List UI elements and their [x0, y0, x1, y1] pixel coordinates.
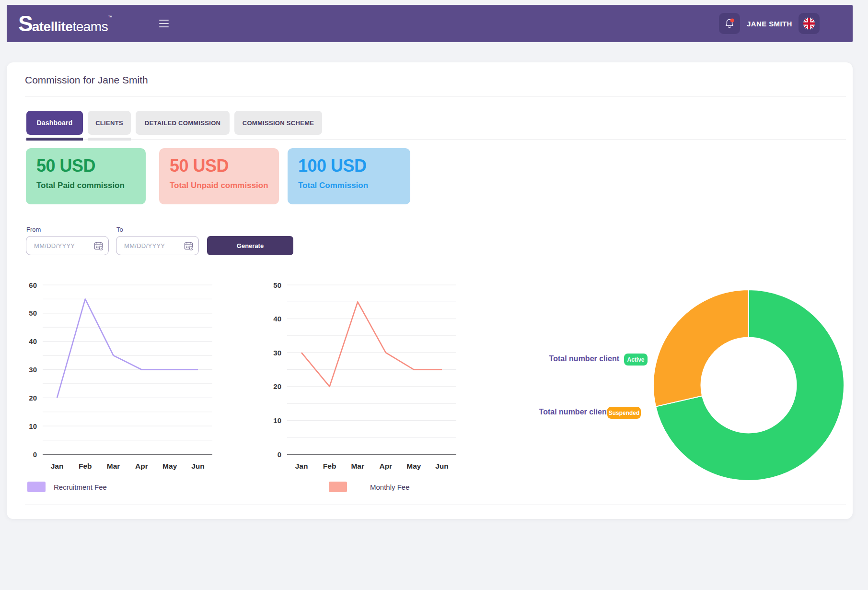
- to-date-field: [116, 236, 199, 255]
- trademark-symbol: ™: [108, 15, 112, 20]
- recruitment-fee-chart: 0102030405060JanFebMarAprMayJun: [26, 281, 220, 472]
- stat-label: Total Unpaid commission: [170, 181, 268, 190]
- svg-text:Jun: Jun: [435, 462, 449, 470]
- bottom-divider: [25, 505, 846, 505]
- svg-text:0: 0: [33, 450, 37, 459]
- svg-text:40: 40: [29, 337, 37, 345]
- svg-text:10: 10: [273, 416, 281, 425]
- language-button[interactable]: [799, 13, 820, 34]
- svg-text:50: 50: [273, 281, 281, 289]
- stat-value: 50 USD: [170, 156, 268, 176]
- recruitment-fee-legend-label: Recruitment Fee: [54, 483, 107, 491]
- monthly-fee-legend-label: Monthly Fee: [370, 483, 410, 491]
- to-date-input[interactable]: [124, 242, 182, 249]
- total-clients-active-label: Total number client: [514, 354, 619, 363]
- title-divider: [25, 96, 846, 96]
- svg-text:20: 20: [29, 394, 37, 402]
- stat-label: Total Paid commission: [36, 181, 135, 190]
- svg-text:Jan: Jan: [295, 462, 308, 470]
- from-date-field: [26, 236, 109, 255]
- svg-text:30: 30: [273, 349, 281, 357]
- stat-label: Total Commission: [298, 181, 400, 190]
- from-date-input[interactable]: [34, 242, 92, 249]
- svg-text:Feb: Feb: [79, 462, 92, 470]
- monthly-fee-chart: 01020304050JanFebMarAprMayJun: [268, 281, 470, 472]
- svg-text:Mar: Mar: [351, 462, 364, 470]
- svg-text:May: May: [162, 462, 177, 470]
- svg-text:30: 30: [29, 366, 37, 374]
- tab-clients[interactable]: CLIENTS: [88, 111, 131, 135]
- notification-dot: [730, 19, 734, 23]
- total-clients-suspended-label: Total number client: [504, 408, 609, 416]
- to-label: To: [116, 226, 123, 233]
- tab-commission-scheme[interactable]: COMMISSION SCHEME: [234, 111, 322, 135]
- stat-value: 100 USD: [298, 156, 400, 176]
- stat-value: 50 USD: [36, 156, 135, 176]
- stat-card-total-commission: 100 USD Total Commission: [288, 148, 410, 204]
- active-status-badge: Active: [624, 354, 648, 366]
- app-logo: Satelliteteams™: [18, 11, 112, 36]
- svg-text:0: 0: [278, 450, 281, 459]
- from-label: From: [26, 226, 41, 233]
- inactive-tab-indicator: [88, 138, 131, 141]
- hamburger-icon: [159, 20, 169, 21]
- monthly-fee-legend-swatch: [329, 482, 347, 492]
- svg-text:10: 10: [29, 422, 37, 430]
- calendar-icon[interactable]: [184, 241, 194, 251]
- svg-text:May: May: [406, 462, 421, 470]
- uk-flag-icon: [802, 17, 816, 30]
- content-card: Commission for Jane Smith Dashboard CLIE…: [7, 62, 853, 519]
- active-tab-indicator: [26, 138, 83, 141]
- hamburger-menu-button[interactable]: [153, 13, 174, 34]
- tabs-baseline: [25, 140, 846, 140]
- suspended-status-badge: Suspended: [607, 407, 641, 419]
- generate-button[interactable]: Generate: [207, 236, 293, 255]
- svg-text:Apr: Apr: [379, 462, 392, 470]
- svg-text:Feb: Feb: [323, 462, 336, 470]
- logo-s-glyph: S: [18, 11, 32, 36]
- calendar-icon[interactable]: [93, 241, 104, 251]
- stat-card-unpaid-commission: 50 USD Total Unpaid commission: [159, 148, 279, 204]
- recruitment-fee-legend-swatch: [27, 482, 46, 492]
- svg-text:50: 50: [29, 309, 37, 317]
- svg-text:40: 40: [273, 315, 281, 323]
- svg-text:Jan: Jan: [51, 462, 64, 470]
- page-title: Commission for Jane Smith: [25, 74, 148, 86]
- app-header: Satelliteteams™ JANE SMITH: [7, 5, 853, 42]
- notifications-button[interactable]: [719, 13, 740, 34]
- clients-status-donut-chart: [653, 289, 845, 481]
- svg-text:Mar: Mar: [107, 462, 120, 470]
- svg-text:60: 60: [29, 281, 37, 289]
- tab-dashboard[interactable]: Dashboard: [26, 111, 83, 135]
- svg-text:20: 20: [273, 382, 281, 390]
- user-name[interactable]: JANE SMITH: [747, 5, 792, 42]
- svg-text:Apr: Apr: [135, 462, 148, 470]
- stat-card-paid-commission: 50 USD Total Paid commission: [26, 148, 146, 204]
- svg-text:Jun: Jun: [191, 462, 205, 470]
- bell-icon: [723, 17, 736, 30]
- tab-detailed-commission[interactable]: DETAILED COMMISSION: [136, 111, 230, 135]
